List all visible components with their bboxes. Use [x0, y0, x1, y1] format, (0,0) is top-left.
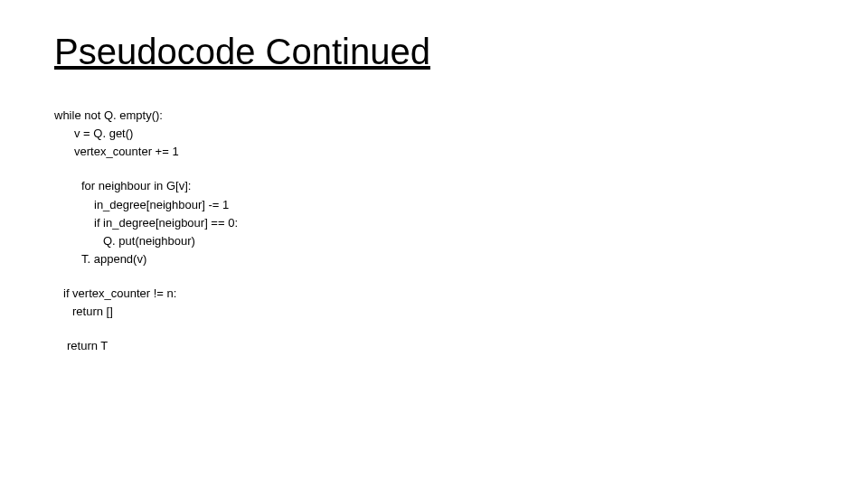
code-line: v = Q. get()	[54, 125, 814, 143]
code-line: in_degree[neighbour] -= 1	[54, 196, 814, 214]
code-line: if vertex_counter != n:	[54, 285, 814, 303]
pseudocode-block: while not Q. empty(): v = Q. get() verte…	[54, 107, 814, 356]
blank-line	[54, 268, 814, 285]
code-line: for neighbour in G[v]:	[54, 177, 814, 195]
slide-title: Pseudocode Continued	[54, 32, 814, 72]
blank-line	[54, 321, 814, 337]
code-line: vertex_counter += 1	[54, 143, 814, 161]
code-line: Q. put(neighbour)	[54, 232, 814, 250]
code-line: T. append(v)	[54, 250, 814, 268]
code-line: return T	[54, 337, 814, 355]
blank-line	[54, 161, 814, 177]
code-line: return []	[54, 303, 814, 321]
code-line: if in_degree[neigbour] == 0:	[54, 214, 814, 232]
code-line: while not Q. empty():	[54, 107, 814, 125]
slide-content: Pseudocode Continued while not Q. empty(…	[0, 0, 868, 388]
